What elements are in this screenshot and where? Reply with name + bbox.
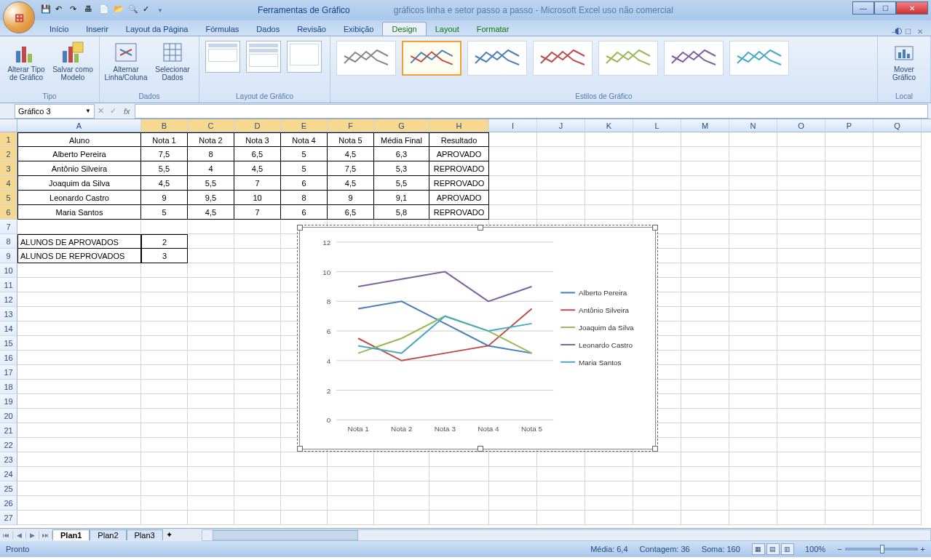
cell[interactable] — [141, 380, 188, 394]
cell[interactable]: 8 — [188, 147, 234, 161]
cell[interactable] — [873, 351, 922, 365]
cell[interactable]: 3 — [141, 249, 188, 263]
cell[interactable] — [681, 220, 729, 234]
row-header-7[interactable]: 7 — [0, 220, 17, 234]
cell[interactable] — [777, 467, 825, 481]
cell[interactable] — [188, 307, 234, 321]
cell[interactable]: 10 — [234, 191, 281, 205]
cell[interactable] — [777, 336, 825, 351]
cell[interactable] — [374, 496, 429, 511]
cell[interactable] — [681, 452, 729, 467]
cell[interactable] — [17, 307, 141, 321]
cell[interactable] — [429, 511, 489, 525]
cell[interactable] — [825, 423, 873, 438]
cell[interactable]: 4 — [188, 161, 234, 176]
cell[interactable] — [681, 292, 729, 307]
cell[interactable] — [729, 321, 777, 336]
cell[interactable] — [681, 249, 729, 263]
cell[interactable] — [633, 496, 681, 511]
column-header-L[interactable]: L — [633, 119, 681, 132]
cell[interactable]: Antônio Silveira — [17, 161, 141, 176]
column-header-E[interactable]: E — [281, 119, 328, 132]
row-header-15[interactable]: 15 — [0, 336, 17, 351]
cell[interactable] — [188, 263, 234, 278]
cell[interactable] — [489, 205, 537, 220]
cell[interactable] — [585, 511, 633, 525]
cell[interactable] — [489, 496, 537, 511]
cell[interactable]: APROVADO — [429, 147, 489, 161]
tab-dados[interactable]: Dados — [247, 23, 288, 36]
cell[interactable] — [873, 321, 922, 336]
cell[interactable] — [141, 423, 188, 438]
chart-style-4[interactable] — [533, 41, 593, 76]
row-header-19[interactable]: 19 — [0, 394, 17, 409]
row-header-27[interactable]: 27 — [0, 511, 17, 525]
cell[interactable] — [873, 336, 922, 351]
cell[interactable] — [633, 481, 681, 496]
cell[interactable] — [234, 438, 281, 452]
cell[interactable] — [633, 205, 681, 220]
cell[interactable] — [234, 496, 281, 511]
cell[interactable] — [777, 452, 825, 467]
cell[interactable] — [585, 496, 633, 511]
sheet-first-icon[interactable]: ⏮ — [0, 532, 13, 539]
cell[interactable] — [585, 191, 633, 205]
sheet-next-icon[interactable]: ▶ — [26, 532, 39, 539]
cell[interactable]: 6,5 — [328, 205, 374, 220]
tab-inserir[interactable]: Inserir — [77, 23, 117, 36]
cell[interactable] — [585, 467, 633, 481]
cell[interactable]: Leonardo Castro — [17, 191, 141, 205]
cell[interactable] — [777, 147, 825, 161]
cell[interactable] — [328, 496, 374, 511]
cell[interactable] — [681, 467, 729, 481]
cell[interactable]: 2 — [141, 234, 188, 249]
cell[interactable] — [17, 496, 141, 511]
cell[interactable]: REPROVADO — [429, 205, 489, 220]
sheet-tab-plan1[interactable]: Plan1 — [52, 529, 90, 540]
cell[interactable] — [777, 394, 825, 409]
cell[interactable] — [873, 423, 922, 438]
cell[interactable] — [633, 191, 681, 205]
cell[interactable] — [188, 220, 234, 234]
cell[interactable] — [681, 147, 729, 161]
cell[interactable]: Nota 2 — [188, 132, 234, 147]
cell[interactable]: 6 — [281, 176, 328, 191]
cell[interactable] — [188, 380, 234, 394]
cell[interactable]: 9,1 — [374, 191, 429, 205]
cell[interactable] — [537, 132, 585, 147]
cell[interactable] — [234, 380, 281, 394]
cell[interactable] — [681, 423, 729, 438]
cell[interactable] — [825, 205, 873, 220]
cell[interactable] — [777, 481, 825, 496]
cell[interactable] — [873, 511, 922, 525]
cell[interactable] — [188, 452, 234, 467]
chart-style-6[interactable] — [664, 41, 724, 76]
chart-handle-ne[interactable]: ⋮⋮ — [652, 225, 658, 231]
cell[interactable] — [141, 496, 188, 511]
row-header-2[interactable]: 2 — [0, 147, 17, 161]
cell[interactable] — [873, 481, 922, 496]
cell[interactable] — [729, 394, 777, 409]
cell[interactable] — [825, 321, 873, 336]
cell[interactable] — [328, 452, 374, 467]
cell[interactable] — [873, 380, 922, 394]
cell[interactable] — [729, 234, 777, 249]
cell[interactable] — [328, 511, 374, 525]
cell[interactable] — [234, 263, 281, 278]
cell[interactable] — [234, 278, 281, 292]
cell[interactable] — [777, 278, 825, 292]
cell[interactable]: 5,8 — [374, 205, 429, 220]
chart-style-2[interactable] — [402, 41, 461, 76]
cell[interactable] — [873, 452, 922, 467]
cell[interactable] — [188, 249, 234, 263]
cell[interactable] — [374, 452, 429, 467]
cell[interactable] — [729, 161, 777, 176]
cell[interactable] — [681, 496, 729, 511]
cell[interactable] — [777, 438, 825, 452]
cell[interactable] — [681, 336, 729, 351]
cell[interactable] — [585, 161, 633, 176]
cell[interactable] — [729, 176, 777, 191]
cell[interactable] — [825, 481, 873, 496]
cell[interactable] — [141, 336, 188, 351]
namebox-dropdown-icon[interactable]: ▼ — [85, 108, 91, 114]
